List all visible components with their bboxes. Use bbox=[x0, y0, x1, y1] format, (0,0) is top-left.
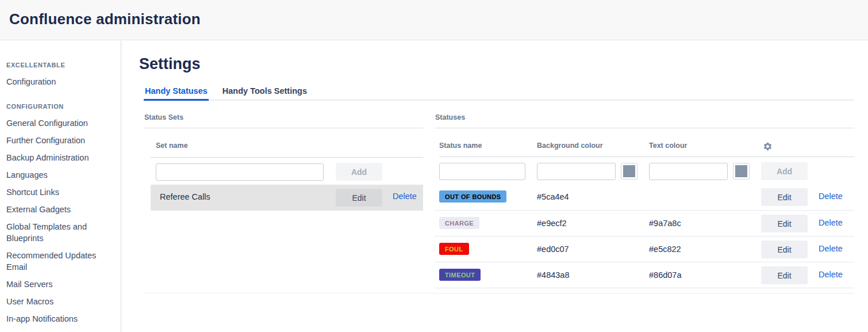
background-colour-value: #4843a8 bbox=[537, 270, 569, 280]
sidebar-item-further-configuration[interactable]: Further Configuration bbox=[6, 135, 113, 146]
page-title: Settings bbox=[139, 55, 868, 73]
sidebar-item-languages[interactable]: Languages bbox=[6, 169, 113, 181]
top-bar: Confluence administration bbox=[0, 0, 868, 40]
statuses-panel: Statuses Status name Background colour T… bbox=[435, 101, 854, 288]
background-colour-swatch[interactable] bbox=[621, 163, 637, 180]
tab-handy-statuses[interactable]: Handy Statuses bbox=[144, 86, 209, 101]
text-colour-value: #e5c822 bbox=[649, 245, 681, 254]
sidebar-item-shortcut-links[interactable]: Shortcut Links bbox=[6, 186, 113, 198]
edit-status-button[interactable]: Edit bbox=[761, 215, 808, 232]
background-colour-column-header: Background colour bbox=[537, 142, 603, 150]
status-badge: CHARGE bbox=[439, 217, 479, 229]
text-colour-column-header: Text colour bbox=[649, 142, 687, 150]
status-sets-panel-title: Status Sets bbox=[144, 101, 423, 128]
text-colour-value: #86d07a bbox=[649, 270, 681, 280]
add-set-button[interactable]: Add bbox=[336, 163, 382, 181]
sidebar-item-external-gadgets[interactable]: External Gadgets bbox=[6, 204, 113, 215]
set-name-label: Referee Calls bbox=[160, 192, 210, 201]
set-name-column-header: Set name bbox=[151, 128, 423, 158]
add-status-set-row: Add bbox=[151, 163, 423, 181]
new-status-background-input[interactable] bbox=[537, 163, 616, 180]
sidebar-heading-excellentable: EXCELLENTABLE bbox=[6, 62, 113, 68]
status-badge: TIMEOUT bbox=[439, 269, 481, 281]
status-set-row-referee-calls[interactable]: Referee Calls Edit Delete bbox=[151, 185, 423, 211]
statuses-table: OUT OF BOUNDS #5ca4e4 Edit Delete CHARGE… bbox=[435, 184, 854, 288]
sidebar-item-general-configuration[interactable]: General Configuration bbox=[6, 117, 113, 129]
sidebar-item-mail-servers[interactable]: Mail Servers bbox=[6, 278, 113, 290]
new-set-name-input[interactable] bbox=[156, 163, 324, 181]
status-row-timeout: TIMEOUT #4843a8 #86d07a Edit Delete bbox=[435, 262, 854, 288]
sidebar-heading-configuration: CONFIGURATION bbox=[6, 103, 113, 110]
tab-handy-tools-settings[interactable]: Handy Tools Settings bbox=[221, 86, 308, 101]
status-name-column-header: Status name bbox=[439, 142, 482, 150]
status-badge: FOUL bbox=[439, 243, 469, 255]
sidebar-section-configuration: CONFIGURATION General Configuration Furt… bbox=[6, 103, 113, 332]
add-status-button[interactable]: Add bbox=[761, 162, 808, 180]
gear-icon[interactable] bbox=[763, 142, 773, 151]
new-status-name-input[interactable] bbox=[439, 163, 525, 180]
delete-status-link[interactable]: Delete bbox=[819, 244, 843, 253]
background-colour-value: #e9ecf2 bbox=[537, 219, 567, 228]
edit-set-button[interactable]: Edit bbox=[336, 189, 382, 207]
main-content: Settings Handy Statuses Handy Tools Sett… bbox=[122, 41, 868, 332]
sidebar-section-excellentable: EXCELLENTABLE Configuration bbox=[6, 62, 113, 87]
status-row-charge: CHARGE #e9ecf2 #9a7a8c Edit Delete bbox=[435, 210, 854, 236]
delete-status-link[interactable]: Delete bbox=[819, 270, 843, 279]
sidebar-item-in-app-notifications[interactable]: In-app Notifications bbox=[6, 313, 113, 325]
sidebar-item-configuration[interactable]: Configuration bbox=[6, 76, 113, 87]
edit-status-button[interactable]: Edit bbox=[761, 188, 808, 206]
add-status-row: Add bbox=[435, 162, 854, 180]
sidebar-item-user-macros[interactable]: User Macros bbox=[6, 296, 113, 307]
status-row-foul: FOUL #ed0c07 #e5c822 Edit Delete bbox=[435, 236, 854, 262]
background-colour-value: #5ca4e4 bbox=[537, 192, 569, 201]
sidebar-item-backup-administration[interactable]: Backup Administration bbox=[6, 152, 113, 163]
admin-sidebar: EXCELLENTABLE Configuration CONFIGURATIO… bbox=[0, 41, 121, 332]
sidebar-item-global-templates[interactable]: Global Templates and Blueprints bbox=[6, 221, 113, 244]
statuses-panel-title: Statuses bbox=[435, 101, 854, 128]
statuses-column-headers: Status name Background colour Text colou… bbox=[439, 128, 854, 157]
status-sets-panel: Status Sets Set name Add Referee Calls E… bbox=[144, 101, 423, 288]
delete-status-link[interactable]: Delete bbox=[819, 192, 843, 201]
settings-tabs: Handy Statuses Handy Tools Settings bbox=[144, 86, 854, 101]
app-title: Confluence administration bbox=[0, 0, 868, 28]
delete-status-link[interactable]: Delete bbox=[819, 218, 843, 227]
text-colour-swatch[interactable] bbox=[733, 163, 750, 180]
text-colour-value: #9a7a8c bbox=[649, 219, 681, 228]
status-row-out-of-bounds: OUT OF BOUNDS #5ca4e4 Edit Delete bbox=[435, 184, 854, 210]
new-status-text-input[interactable] bbox=[649, 163, 728, 180]
edit-status-button[interactable]: Edit bbox=[761, 241, 808, 258]
handy-statuses-panels: Status Sets Set name Add Referee Calls E… bbox=[144, 101, 854, 288]
delete-set-link[interactable]: Delete bbox=[393, 192, 417, 201]
section-bottom-divider bbox=[144, 293, 854, 293]
status-badge: OUT OF BOUNDS bbox=[439, 190, 506, 203]
sidebar-item-recommended-updates-email[interactable]: Recommended Updates Email bbox=[6, 250, 113, 273]
edit-status-button[interactable]: Edit bbox=[761, 266, 808, 284]
background-colour-value: #ed0c07 bbox=[537, 245, 569, 254]
